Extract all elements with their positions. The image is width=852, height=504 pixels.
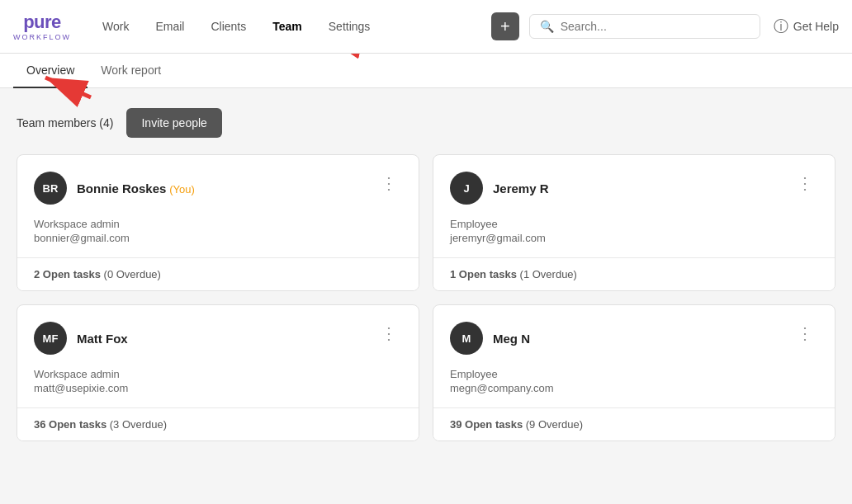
team-header: Team members (4) Invite people (17, 108, 835, 138)
card-top-meg: M Meg N ⋮ (433, 305, 835, 368)
card-email-meg: megn@company.com (450, 382, 818, 394)
card-role-bonnie: Workspace admin (34, 218, 402, 230)
logo-text: pure (23, 12, 61, 33)
sub-nav: Overview Work report (0, 54, 852, 88)
search-area: 🔍 (529, 14, 760, 39)
overdue-bonnie: (0 Overdue) (104, 268, 161, 280)
card-menu-meg[interactable]: ⋮ (792, 322, 818, 345)
overdue-meg: (9 Overdue) (526, 418, 583, 431)
logo[interactable]: pure WORKFLOW (13, 12, 71, 41)
card-person-matt: MF Matt Fox (34, 322, 128, 355)
card-info-meg: Employee megn@company.com (433, 368, 835, 407)
nav-item-email[interactable]: Email (144, 13, 196, 40)
header: pure WORKFLOW Work Email Clients Team Se… (0, 0, 852, 54)
member-card-bonnie: BR Bonnie Roskes (You) ⋮ Workspace admin… (17, 154, 419, 291)
logo-sub: WORKFLOW (13, 33, 71, 41)
card-menu-jeremy[interactable]: ⋮ (792, 172, 818, 195)
card-email-jeremy: jeremyr@gmail.com (450, 232, 818, 244)
person-name-meg: Meg N (493, 332, 530, 346)
open-tasks-meg: 39 Open tasks (450, 418, 523, 431)
open-tasks-matt: 36 Open tasks (34, 418, 106, 431)
open-tasks-jeremy: 1 Open tasks (450, 268, 517, 280)
card-info-bonnie: Workspace admin bonnier@gmail.com (17, 218, 419, 257)
card-top-bonnie: BR Bonnie Roskes (You) ⋮ (17, 155, 419, 218)
member-card-meg: M Meg N ⋮ Employee megn@company.com 39 O… (433, 304, 835, 441)
nav-item-work[interactable]: Work (91, 13, 140, 40)
main-nav: Work Email Clients Team Settings (91, 13, 481, 40)
nav-item-team[interactable]: Team (261, 13, 314, 40)
card-person-bonnie: BR Bonnie Roskes (You) (34, 172, 195, 205)
card-menu-bonnie[interactable]: ⋮ (376, 172, 402, 195)
card-info-jeremy: Employee jeremyr@gmail.com (433, 218, 835, 257)
overdue-jeremy: (1 Overdue) (520, 268, 577, 280)
card-top-jeremy: J Jeremy R ⋮ (433, 155, 835, 218)
avatar-matt: MF (34, 322, 67, 355)
help-button[interactable]: ⓘ Get Help (774, 16, 839, 36)
card-person-jeremy: J Jeremy R (450, 172, 549, 205)
member-card-jeremy: J Jeremy R ⋮ Employee jeremyr@gmail.com … (433, 154, 835, 291)
search-icon: 🔍 (540, 20, 554, 33)
card-person-meg: M Meg N (450, 322, 530, 355)
card-menu-matt[interactable]: ⋮ (376, 322, 402, 345)
avatar-jeremy: J (450, 172, 483, 205)
avatar-meg: M (450, 322, 483, 355)
card-email-matt: matt@usepixie.com (34, 382, 402, 394)
help-label: Get Help (793, 20, 839, 33)
card-footer-bonnie: 2 Open tasks (0 Overdue) (17, 257, 419, 290)
nav-item-clients[interactable]: Clients (199, 13, 258, 40)
search-input[interactable] (561, 20, 750, 33)
card-email-bonnie: bonnier@gmail.com (34, 232, 402, 244)
card-top-matt: MF Matt Fox ⋮ (17, 305, 419, 368)
nav-item-settings[interactable]: Settings (317, 13, 382, 40)
card-info-matt: Workspace admin matt@usepixie.com (17, 368, 419, 407)
team-members-title: Team members (4) (17, 116, 113, 130)
person-you-bonnie: (You) (169, 183, 195, 195)
person-name-bonnie: Bonnie Roskes (77, 181, 166, 195)
main-content: Team members (4) Invite people BR Bonnie… (0, 88, 852, 461)
card-footer-matt: 36 Open tasks (3 Overdue) (17, 407, 419, 440)
person-name-matt: Matt Fox (77, 332, 128, 346)
open-tasks-bonnie: 2 Open tasks (34, 268, 101, 280)
member-card-matt: MF Matt Fox ⋮ Workspace admin matt@usepi… (17, 304, 419, 441)
card-footer-meg: 39 Open tasks (9 Overdue) (433, 407, 835, 440)
sub-nav-overview[interactable]: Overview (13, 54, 88, 88)
card-role-jeremy: Employee (450, 218, 818, 230)
card-role-meg: Employee (450, 368, 818, 380)
add-button[interactable]: + (491, 12, 519, 40)
sub-nav-work-report[interactable]: Work report (88, 54, 174, 88)
team-cards-grid: BR Bonnie Roskes (You) ⋮ Workspace admin… (17, 154, 835, 441)
invite-people-button[interactable]: Invite people (126, 108, 221, 138)
overdue-matt: (3 Overdue) (110, 418, 167, 431)
card-role-matt: Workspace admin (34, 368, 402, 380)
avatar-bonnie: BR (34, 172, 67, 205)
help-icon: ⓘ (774, 16, 788, 36)
person-name-jeremy: Jeremy R (493, 181, 549, 195)
card-footer-jeremy: 1 Open tasks (1 Overdue) (433, 257, 835, 290)
